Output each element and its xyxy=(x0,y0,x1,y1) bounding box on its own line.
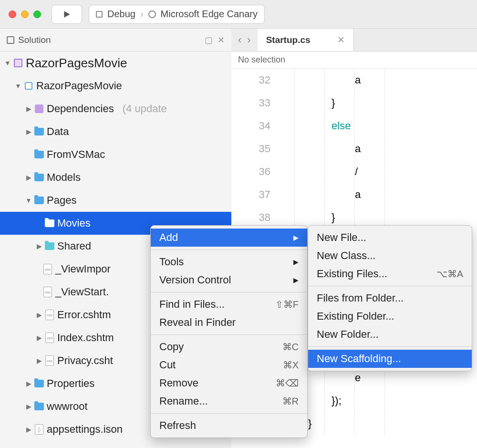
submenu-files-from-folder[interactable]: Files from Folder... xyxy=(308,289,472,307)
chevron-right-icon: › xyxy=(140,9,144,20)
panel-icon xyxy=(7,36,14,44)
dock-icon[interactable]: ▢ xyxy=(205,35,213,45)
menu-remove[interactable]: Remove⌘⌫ xyxy=(151,374,307,392)
tree-folder-fromvsmac[interactable]: FromVSMac xyxy=(0,143,231,166)
breadcrumb[interactable]: No selection xyxy=(231,52,477,69)
panel-title: Solution xyxy=(18,35,51,45)
window-controls xyxy=(9,10,41,18)
menu-rename[interactable]: Rename...⌘R xyxy=(151,392,307,410)
svg-marker-0 xyxy=(64,11,70,18)
minimize-window-button[interactable] xyxy=(21,10,29,18)
tab-label: Startup.cs xyxy=(266,35,311,45)
tab-bar: ‹ › Startup.cs ✕ xyxy=(231,29,477,52)
panel-header: Solution ▢ ✕ xyxy=(0,29,231,52)
target-icon xyxy=(148,10,156,18)
submenu-new-class[interactable]: New Class... xyxy=(308,247,472,265)
submenu-existing-files[interactable]: Existing Files...⌥⌘A xyxy=(308,265,472,283)
tree-project[interactable]: ▼RazorPagesMovie xyxy=(0,74,231,97)
menu-find-in-files[interactable]: Find in Files...⇧⌘F xyxy=(151,295,307,313)
tree-folder-data[interactable]: ▶Data xyxy=(0,120,231,143)
config-name: Debug xyxy=(107,9,135,20)
tab-close-icon[interactable]: ✕ xyxy=(337,34,345,45)
tree-folder-models[interactable]: ▶Models xyxy=(0,166,231,189)
config-icon xyxy=(96,11,103,18)
play-icon xyxy=(62,10,71,19)
submenu-existing-folder[interactable]: Existing Folder... xyxy=(308,307,472,325)
submenu-arrow-icon: ▶ xyxy=(293,276,299,284)
menu-add[interactable]: Add▶ xyxy=(151,229,307,247)
nav-forward-button[interactable]: › xyxy=(247,34,250,46)
submenu-new-file[interactable]: New File... xyxy=(308,229,472,247)
run-button[interactable] xyxy=(52,5,82,24)
submenu-new-folder[interactable]: New Folder... xyxy=(308,325,472,344)
menu-version-control[interactable]: Version Control▶ xyxy=(151,271,307,289)
close-panel-icon[interactable]: ✕ xyxy=(218,35,225,45)
submenu-new-scaffolding[interactable]: New Scaffolding... xyxy=(308,350,472,368)
target-name: Microsoft Edge Canary xyxy=(161,9,258,20)
close-window-button[interactable] xyxy=(9,10,16,18)
menu-refresh[interactable]: Refresh xyxy=(151,417,307,435)
menu-copy[interactable]: Copy⌘C xyxy=(151,338,307,356)
add-submenu: New File... New Class... Existing Files.… xyxy=(308,225,472,371)
tab-startup[interactable]: Startup.cs ✕ xyxy=(258,29,354,51)
tree-folder-pages[interactable]: ▼Pages xyxy=(0,189,231,212)
menu-tools[interactable]: Tools▶ xyxy=(151,253,307,271)
maximize-window-button[interactable] xyxy=(33,10,41,18)
submenu-arrow-icon: ▶ xyxy=(293,258,299,266)
menu-reveal-in-finder[interactable]: Reveal in Finder xyxy=(151,313,307,332)
submenu-arrow-icon: ▶ xyxy=(293,234,299,241)
menu-cut[interactable]: Cut⌘X xyxy=(151,356,307,374)
run-configuration[interactable]: Debug › Microsoft Edge Canary xyxy=(89,5,265,24)
context-menu: Add▶ Tools▶ Version Control▶ Find in Fil… xyxy=(150,225,308,438)
nav-back-button[interactable]: ‹ xyxy=(238,34,241,46)
titlebar: Debug › Microsoft Edge Canary xyxy=(0,0,477,29)
tree-solution[interactable]: ▼RazorPagesMovie xyxy=(0,52,231,74)
tree-dependencies[interactable]: ▶Dependencies (4 update xyxy=(0,97,231,120)
